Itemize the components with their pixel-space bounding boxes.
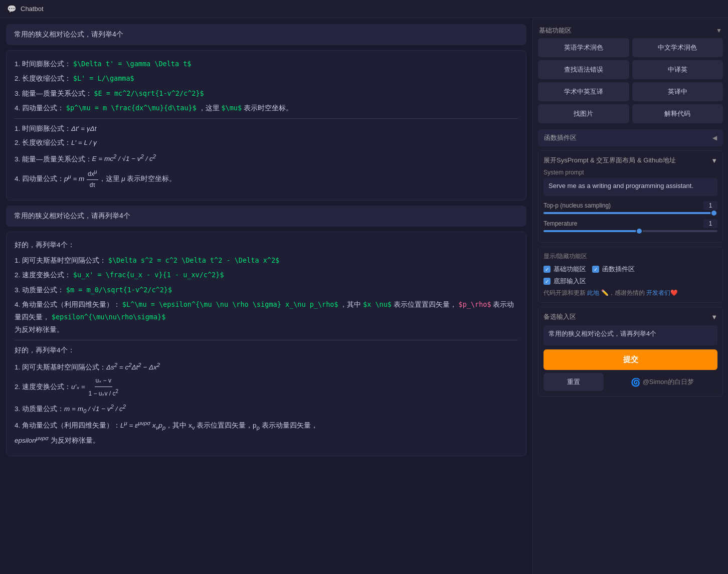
checkbox-row-1: ✓ 基础功能区 ✓ 函数插件区 bbox=[543, 265, 717, 274]
list-item: 1. 闵可夫斯基时空间隔公式： $\Delta s^2 = c^2 \Delta… bbox=[15, 254, 518, 267]
chevron-down-icon-3: ▼ bbox=[711, 313, 717, 321]
btn-grammar-check[interactable]: 查找语法错误 bbox=[538, 60, 629, 79]
btn-zh-to-en[interactable]: 中译英 bbox=[632, 60, 723, 79]
latex-item: $\Delta s^2 = c^2 \Delta t^2 - \Delta x^… bbox=[108, 256, 279, 264]
sysprompt-label: System prompt bbox=[543, 169, 717, 176]
sysprompt-section: 展开SysPrompt & 交互界面布局 & Github地址 ▼ System… bbox=[538, 150, 723, 243]
latex-item: $u_x' = \frac{u_x - v}{1 - u_xv/c^2}$ bbox=[73, 271, 224, 279]
topbar: 💬 Chatbot bbox=[0, 0, 728, 18]
basic-section: 基础功能区 ▼ 英语学术润色 中文学术润色 查找语法错误 中译英 学术中英互译 … bbox=[538, 23, 723, 125]
pretext-rendered: 好的，再列举4个： bbox=[15, 344, 518, 356]
chevron-left-icon: ◀ bbox=[712, 134, 717, 141]
latex-inline: $epsilon^{\mu\nu\rho\sigma}$ bbox=[52, 313, 166, 321]
display-section-label: 显示/隐藏功能区 bbox=[543, 252, 717, 261]
btn-en-to-zh[interactable]: 英译中 bbox=[632, 82, 723, 101]
footer-links: 代码开源和更新 此地 ✏️，感谢热情的 开发者们❤️ bbox=[543, 289, 717, 297]
btn-english-academic[interactable]: 英语学术润色 bbox=[538, 38, 629, 57]
checkbox-basic[interactable]: ✓ 基础功能区 bbox=[543, 265, 586, 274]
alt-section-header: 备选输入区 ▼ bbox=[543, 312, 717, 321]
checkbox-icon-bottom[interactable]: ✓ bbox=[543, 278, 551, 285]
chat-icon: 💬 bbox=[7, 5, 17, 14]
chevron-down-icon: ▼ bbox=[716, 27, 722, 34]
top-p-row: Top-p (nucleus sampling) 1 bbox=[543, 201, 717, 210]
chat-panel[interactable]: 常用的狭义相对论公式，请列举4个 1. 时间膨胀公式： $\Delta t' =… bbox=[0, 18, 532, 574]
topbar-title: Chatbot bbox=[21, 5, 44, 13]
latex-4: $p^\mu = m \frac{dx^\mu}{d\tau}$ bbox=[66, 104, 197, 112]
btn-find-image[interactable]: 找图片 bbox=[538, 104, 629, 123]
basic-section-header: 基础功能区 ▼ bbox=[538, 23, 723, 38]
temperature-slider[interactable] bbox=[543, 230, 717, 232]
btn-explain-code[interactable]: 解释代码 bbox=[632, 104, 723, 123]
alt-input-section: 备选输入区 ▼ 常用的狭义相对论公式，请再列举4个 提交 重置 🌀 @Simon… bbox=[538, 307, 723, 397]
rendered-item: 1. 闵可夫斯基时空间隔公式：Δs2 = c2Δt2 − Δx2 bbox=[15, 359, 518, 373]
rendered-item: 3. 能量—质量关系公式：E = mc2 / √1 − v2 / c2 bbox=[15, 151, 518, 165]
latex-inline: $x \nu$ bbox=[363, 300, 392, 308]
list-item: 3. 动质量公式： $m = m_0/\sqrt{1-v^2/c^2}$ bbox=[15, 284, 518, 296]
user-message-1: 常用的狭义相对论公式，请列举4个 bbox=[6, 24, 526, 45]
list-item: 4. 四动量公式： $p^\mu = m \frac{dx^\mu}{d\tau… bbox=[15, 102, 518, 114]
rendered-item: 2. 长度收缩公式：L′ = L / γ bbox=[15, 137, 518, 149]
checkbox-bottom[interactable]: ✓ 底部输入区 bbox=[543, 277, 586, 286]
pretext: 好的，再列举4个： bbox=[15, 239, 518, 251]
rendered-item: 1. 时间膨胀公式：Δt′ = γΔt bbox=[15, 123, 518, 135]
sysprompt-value: Serve me as a writing and programming as… bbox=[543, 178, 717, 196]
list-item: 3. 能量—质量关系公式： $E = mc^2/\sqrt{1-v^2/c^2}… bbox=[15, 87, 518, 100]
top-p-value: 1 bbox=[703, 201, 717, 210]
plugin-section[interactable]: 函数插件区 ◀ bbox=[538, 129, 723, 146]
basic-buttons-grid: 英语学术润色 中文学术润色 查找语法错误 中译英 学术中英互译 英译中 找图片 … bbox=[538, 38, 723, 123]
rendered-item: 4. 四动量公式：pμ = m dxμdτ，这里 μ 表示时空坐标。 bbox=[15, 167, 518, 191]
top-p-slider[interactable] bbox=[543, 212, 717, 214]
latex-inline: $\mu$ bbox=[221, 104, 242, 112]
footer-link[interactable]: 此地 bbox=[587, 289, 599, 296]
temperature-value: 1 bbox=[703, 219, 717, 228]
chevron-down-icon-2: ▼ bbox=[711, 157, 717, 164]
alt-input-box[interactable]: 常用的狭义相对论公式，请再列举4个 bbox=[543, 325, 717, 345]
dev-link[interactable]: 开发者们 bbox=[646, 289, 670, 296]
rendered-item: 3. 动质量公式：m = m0 / √1 − v2 / c2 bbox=[15, 401, 518, 416]
list-item: 2. 速度变换公式： $u_x' = \frac{u_x - v}{1 - u_… bbox=[15, 269, 518, 281]
checkbox-row-2: ✓ 底部输入区 bbox=[543, 277, 717, 286]
main-layout: 常用的狭义相对论公式，请列举4个 1. 时间膨胀公式： $\Delta t' =… bbox=[0, 18, 728, 574]
temperature-row: Temperature 1 bbox=[543, 219, 717, 228]
btn-academic-translate[interactable]: 学术中英互译 bbox=[538, 82, 629, 101]
latex-2: $L' = L/\gamma$ bbox=[73, 74, 134, 82]
reset-button[interactable]: 重置 bbox=[543, 373, 604, 391]
toggle-section: 显示/隐藏功能区 ✓ 基础功能区 ✓ 函数插件区 bbox=[538, 247, 723, 303]
latex-item: $L^\mu = \epsilon^{\mu \nu \rho \sigma} … bbox=[122, 300, 338, 308]
checkbox-icon-plugin[interactable]: ✓ bbox=[592, 266, 599, 273]
latex-inline: $p_\rho$ bbox=[459, 300, 491, 308]
sysprompt-header: 展开SysPrompt & 交互界面布局 & Github地址 ▼ bbox=[543, 156, 717, 165]
weibo-icon: 🌀 bbox=[631, 377, 641, 387]
watermark: 🌀 @Simon的白日梦 bbox=[607, 373, 717, 391]
list-item: 1. 时间膨胀公式： $\Delta t' = \gamma \Delta t$ bbox=[15, 58, 518, 70]
bottom-row: 重置 🌀 @Simon的白日梦 bbox=[543, 373, 717, 391]
latex-item: $m = m_0/\sqrt{1-v^2/c^2}$ bbox=[66, 286, 172, 294]
rendered-item: 4. 角动量公式（利用四维矢量）：Lμ = εμνρσ xνpρ，其中 xν 表… bbox=[15, 418, 518, 447]
user-message-2: 常用的狭义相对论公式，请再列举4个 bbox=[6, 206, 526, 227]
checkbox-icon-basic[interactable]: ✓ bbox=[543, 266, 551, 273]
latex-3: $E = mc^2/\sqrt{1-v^2/c^2}$ bbox=[94, 89, 204, 97]
btn-chinese-academic[interactable]: 中文学术润色 bbox=[632, 38, 723, 57]
submit-button[interactable]: 提交 bbox=[543, 349, 717, 370]
rendered-item: 2. 速度变换公式：u′ₓ = uₓ − v1 − uₓv / c2 bbox=[15, 375, 518, 399]
right-panel: 基础功能区 ▼ 英语学术润色 中文学术润色 查找语法错误 中译英 学术中英互译 … bbox=[532, 18, 728, 574]
latex-1: $\Delta t' = \gamma \Delta t$ bbox=[73, 60, 192, 68]
list-item: 2. 长度收缩公式： $L' = L/\gamma$ bbox=[15, 72, 518, 85]
assistant-message-2: 好的，再列举4个： 1. 闵可夫斯基时空间隔公式： $\Delta s^2 = … bbox=[6, 232, 526, 456]
checkbox-plugin[interactable]: ✓ 函数插件区 bbox=[592, 265, 635, 274]
assistant-message-1: 1. 时间膨胀公式： $\Delta t' = \gamma \Delta t$… bbox=[6, 50, 526, 201]
list-item: 4. 角动量公式（利用四维矢量）： $L^\mu = \epsilon^{\mu… bbox=[15, 298, 518, 336]
